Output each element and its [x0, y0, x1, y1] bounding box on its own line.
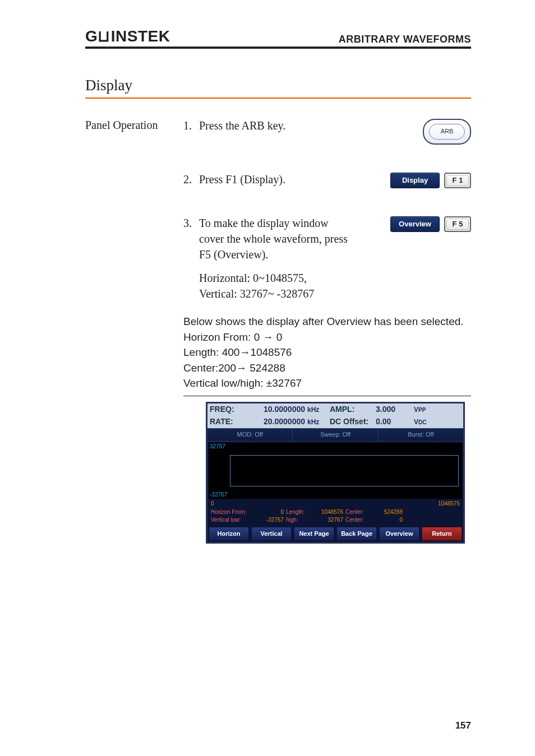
arrow-icon: →: [239, 346, 250, 358]
hf-val: 0: [260, 508, 286, 516]
y-bot: -32767: [210, 491, 227, 499]
hi-key: high:: [286, 516, 314, 524]
sk-horizon[interactable]: Horizon: [209, 527, 249, 541]
freq-label: FREQ:: [210, 404, 241, 415]
header-section: ARBITRARY WAVEFORMS: [339, 34, 471, 45]
dc-value: 0.00: [376, 416, 412, 428]
ctr-val: 524288: [371, 508, 405, 516]
sk-overview[interactable]: Overview: [379, 527, 419, 541]
step-1-num: 1.: [183, 118, 199, 133]
overview-softkey[interactable]: Overview: [390, 216, 440, 232]
ctr2-val: 0: [371, 516, 405, 524]
sk-next-page[interactable]: Next Page: [294, 527, 334, 541]
below-line3: Length: 400→1048576: [183, 345, 471, 360]
mod-tab[interactable]: MOD: Off: [207, 429, 293, 441]
content-rule: [183, 396, 471, 396]
vertical-range: Vertical: 32767~ -328767: [199, 286, 471, 302]
section-title: Display: [85, 77, 471, 94]
f5-key[interactable]: F 5: [444, 216, 471, 232]
page-number: 157: [455, 720, 471, 731]
step-1-text: Press the ARB key.: [199, 118, 285, 133]
dc-unit: VDC: [414, 418, 443, 427]
freq-value: 10.0000000: [243, 404, 305, 415]
arb-key-label: ARB: [429, 124, 465, 140]
freq-unit: kHz: [307, 405, 328, 415]
ampl-unit: VPP: [414, 405, 443, 415]
section-rule: [85, 98, 471, 99]
device-screenshot: FREQ: 10.0000000 kHz AMPL: 3.000 VPP RAT…: [206, 402, 465, 544]
logo-g: G: [85, 27, 98, 45]
waveform-plot: 32767 -32767: [209, 443, 462, 499]
logo: G⊔INSTEK: [85, 27, 170, 45]
ampl-label: AMPL:: [330, 404, 373, 415]
logo-rest: INSTEK: [111, 27, 170, 45]
vl-key: Vertical low:: [211, 516, 260, 524]
sweep-tab[interactable]: Sweep: Off: [293, 429, 378, 441]
y-top: 32767: [210, 443, 225, 451]
arrow-icon: →: [236, 362, 247, 374]
step-2-num: 2.: [183, 171, 199, 187]
f1-key[interactable]: F 1: [444, 173, 471, 188]
plot-box: [230, 455, 459, 486]
ctr-key: Center:: [345, 508, 371, 516]
rate-unit: kHz: [307, 418, 328, 427]
rate-value: 20.0000000: [243, 416, 305, 428]
ampl-value: 3.000: [376, 404, 412, 415]
step-3-text: To make the display window cover the who…: [199, 215, 352, 262]
below-line4: Center:200→ 524288: [183, 360, 471, 376]
arb-key[interactable]: ARB: [423, 119, 471, 145]
display-softkey[interactable]: Display: [390, 173, 440, 188]
dc-label: DC Offset:: [330, 416, 373, 428]
len-key: Length:: [286, 508, 314, 516]
rate-label: RATE:: [210, 416, 241, 428]
below-line1: Below shows the display after Overview h…: [183, 314, 471, 330]
ctr2-key: Center:: [345, 516, 371, 524]
horizontal-range: Horizontal: 0~1048575,: [199, 270, 471, 286]
sk-back-page[interactable]: Back Page: [336, 527, 377, 541]
vl-val: -32767: [260, 516, 286, 524]
panel-operation-label: Panel Operation: [85, 118, 183, 544]
x-right: 1048575: [438, 500, 460, 508]
hf-key: Horizon From:: [211, 508, 260, 516]
page-header: G⊔INSTEK ARBITRARY WAVEFORMS: [85, 27, 471, 49]
arrow-icon: →: [262, 331, 273, 343]
len-val: 1048576: [314, 508, 345, 516]
step-2-text: Press F1 (Display).: [199, 171, 285, 187]
x-left: 0: [211, 500, 214, 508]
sk-vertical[interactable]: Vertical: [251, 527, 292, 541]
hi-val: 32767: [314, 516, 345, 524]
below-line5: Vertical low/high: ±32767: [183, 375, 471, 391]
below-line2: Horizon From: 0 → 0: [183, 330, 471, 345]
step-3-num: 3.: [183, 215, 199, 262]
burst-tab[interactable]: Burst: Off: [379, 429, 463, 441]
sk-return[interactable]: Return: [422, 527, 462, 541]
